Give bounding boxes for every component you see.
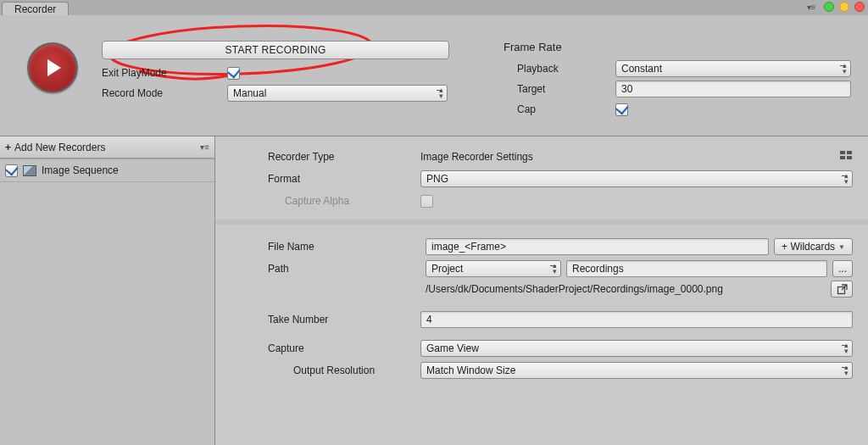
external-link-icon [837,284,848,295]
svg-rect-4 [840,156,845,159]
recorder-item-label: Image Sequence [42,164,119,176]
window-min-button[interactable] [824,2,834,12]
filename-label: File Name [268,241,420,253]
path-field[interactable]: Recordings [566,260,827,277]
target-value: 30 [621,83,632,95]
image-icon [23,165,36,176]
recorder-type-value: Image Recorder Settings [420,151,533,163]
capture-alpha-checkbox [420,195,433,208]
playback-value: Constant [621,63,662,75]
svg-rect-3 [847,151,852,154]
window-close-button[interactable] [854,2,865,12]
exit-playmode-checkbox[interactable] [227,67,240,80]
capture-alpha-label: Capture Alpha [268,195,420,207]
svg-marker-1 [47,59,61,76]
capture-select[interactable]: Game View ▴▾ [420,340,853,357]
recorder-enabled-checkbox[interactable] [5,164,18,177]
format-value: PNG [426,173,448,185]
open-folder-button[interactable] [831,281,853,298]
path-value: Recordings [572,263,624,275]
cap-label: Cap [504,103,615,115]
capture-value: Game View [426,342,479,354]
tab-menu-icon[interactable]: ▾≡ [804,2,819,12]
record-mode-label: Record Mode [102,87,227,99]
take-number-label: Take Number [268,314,420,325]
capture-label: Capture [268,342,420,354]
target-label: Target [504,83,615,95]
format-label: Format [268,173,420,185]
section-divider [215,220,868,225]
filename-field[interactable]: image_<Frame> [426,238,769,255]
titlebar: Recorder ▾≡ [0,0,868,15]
framerate-heading: Frame Rate [504,41,860,53]
play-button[interactable] [27,42,78,93]
format-select[interactable]: PNG ▴▾ [420,170,853,187]
record-mode-select[interactable]: Manual ▴▾ [227,85,448,102]
side-menu-icon[interactable]: ▾≡ [200,142,209,152]
output-resolution-value: Match Window Size [426,364,515,376]
window-max-button[interactable] [839,2,849,12]
playback-label: Playback [504,63,615,75]
target-field[interactable]: 30 [615,81,851,97]
take-number-field[interactable]: 4 [420,311,853,328]
playback-select[interactable]: Constant ▴▾ [615,60,851,77]
path-root-select[interactable]: Project ▴▾ [426,260,561,277]
preset-icon[interactable] [839,148,853,164]
plus-icon: + [5,142,11,153]
recorder-list-item[interactable]: Image Sequence [0,159,214,182]
window-tab[interactable]: Recorder [2,2,69,16]
svg-rect-5 [847,156,852,159]
add-recorders-button[interactable]: + Add New Recorders ▾≡ [0,136,214,159]
exit-playmode-label: Exit PlayMode [102,67,227,79]
wildcards-button[interactable]: + Wildcards▼ [774,238,853,255]
output-resolution-label: Output Resolution [268,364,420,376]
cap-checkbox[interactable] [615,103,628,116]
filename-value: image_<Frame> [431,241,506,253]
start-recording-button[interactable]: START RECORDING [102,41,449,59]
play-icon [42,57,64,79]
recorder-type-label: Recorder Type [268,151,420,163]
add-recorders-label: Add New Recorders [14,142,105,153]
path-root-value: Project [431,263,463,275]
output-resolution-select[interactable]: Match Window Size ▴▾ [420,362,853,379]
path-label: Path [268,263,420,275]
browse-button[interactable]: ... [832,260,853,277]
resolved-path: /Users/dk/Documents/ShaderProject/Record… [426,281,826,296]
take-number-value: 4 [426,314,432,325]
record-mode-value: Manual [233,87,266,99]
svg-rect-2 [840,151,845,154]
